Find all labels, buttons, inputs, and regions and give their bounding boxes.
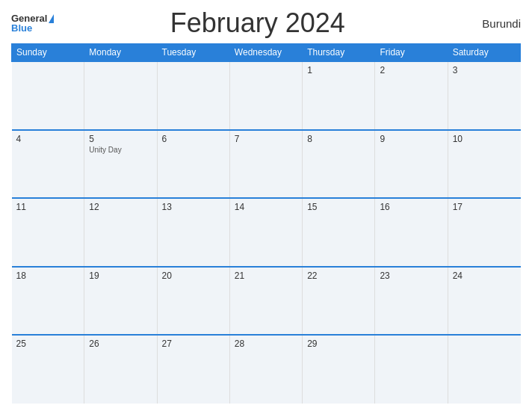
day-number: 10 bbox=[453, 134, 516, 144]
day-number: 18 bbox=[16, 271, 80, 281]
country-label: Burundi bbox=[461, 17, 521, 30]
day-number: 29 bbox=[307, 339, 370, 349]
calendar-day-cell bbox=[84, 61, 157, 130]
calendar-day-cell: 19 bbox=[84, 267, 157, 336]
calendar-day-cell: 27 bbox=[157, 335, 229, 404]
calendar-day-cell: 11 bbox=[12, 198, 84, 267]
day-number: 21 bbox=[235, 271, 297, 281]
calendar-day-cell bbox=[375, 335, 448, 404]
day-number: 22 bbox=[307, 271, 370, 281]
calendar-day-cell: 9 bbox=[375, 130, 448, 199]
calendar-day-cell: 8 bbox=[303, 130, 375, 199]
day-number: 20 bbox=[162, 271, 225, 281]
calendar-day-cell bbox=[157, 61, 229, 130]
calendar-day-cell: 7 bbox=[229, 130, 302, 199]
weekday-header-row: SundayMondayTuesdayWednesdayThursdayFrid… bbox=[12, 44, 521, 62]
day-number: 8 bbox=[307, 134, 370, 144]
day-number: 17 bbox=[453, 202, 516, 212]
calendar-day-cell: 18 bbox=[12, 267, 84, 336]
calendar-day-cell: 23 bbox=[375, 267, 448, 336]
day-number: 9 bbox=[380, 134, 442, 144]
weekday-header: Tuesday bbox=[157, 44, 229, 62]
calendar-day-cell: 15 bbox=[303, 198, 375, 267]
calendar-day-cell: 25 bbox=[12, 335, 84, 404]
day-number: 12 bbox=[89, 202, 152, 212]
weekday-header: Monday bbox=[84, 44, 157, 62]
calendar-week-row: 123 bbox=[12, 61, 521, 130]
calendar-header: General Blue February 2024 Burundi bbox=[11, 7, 521, 43]
calendar-day-cell: 22 bbox=[303, 267, 375, 336]
calendar-week-row: 11121314151617 bbox=[12, 198, 521, 267]
calendar-day-cell bbox=[448, 335, 520, 404]
day-number: 3 bbox=[453, 65, 516, 75]
calendar-day-cell: 10 bbox=[448, 130, 520, 199]
calendar-week-row: 2526272829 bbox=[12, 335, 521, 404]
day-number: 23 bbox=[380, 271, 442, 281]
weekday-header: Thursday bbox=[303, 44, 375, 62]
day-number: 5 bbox=[89, 134, 152, 144]
calendar-day-cell: 2 bbox=[375, 61, 448, 130]
calendar-container: General Blue February 2024 Burundi Sunda… bbox=[0, 0, 532, 411]
day-number: 28 bbox=[235, 339, 297, 349]
calendar-day-cell: 21 bbox=[229, 267, 302, 336]
calendar-week-row: 45Unity Day678910 bbox=[12, 130, 521, 199]
calendar-day-cell bbox=[229, 61, 302, 130]
logo-triangle-icon bbox=[49, 14, 54, 23]
day-number: 7 bbox=[235, 134, 297, 144]
month-title: February 2024 bbox=[54, 7, 461, 39]
weekday-header: Saturday bbox=[448, 44, 520, 62]
calendar-week-row: 18192021222324 bbox=[12, 267, 521, 336]
calendar-day-cell: 28 bbox=[229, 335, 302, 404]
calendar-day-cell: 13 bbox=[157, 198, 229, 267]
calendar-day-cell: 6 bbox=[157, 130, 229, 199]
day-number: 2 bbox=[380, 65, 442, 75]
weekday-header: Sunday bbox=[12, 44, 84, 62]
day-number: 4 bbox=[16, 134, 80, 144]
calendar-day-cell: 3 bbox=[448, 61, 520, 130]
calendar-day-cell bbox=[12, 61, 84, 130]
calendar-day-cell: 4 bbox=[12, 130, 84, 199]
calendar-table: SundayMondayTuesdayWednesdayThursdayFrid… bbox=[11, 43, 521, 404]
calendar-day-cell: 29 bbox=[303, 335, 375, 404]
weekday-header: Friday bbox=[375, 44, 448, 62]
calendar-day-cell: 5Unity Day bbox=[84, 130, 157, 199]
day-number: 16 bbox=[380, 202, 442, 212]
weekday-header: Wednesday bbox=[229, 44, 302, 62]
day-number: 27 bbox=[162, 339, 225, 349]
calendar-day-cell: 14 bbox=[229, 198, 302, 267]
day-number: 26 bbox=[89, 339, 152, 349]
calendar-day-cell: 24 bbox=[448, 267, 520, 336]
day-number: 19 bbox=[89, 271, 152, 281]
day-number: 13 bbox=[162, 202, 225, 212]
day-number: 25 bbox=[16, 339, 80, 349]
calendar-day-cell: 20 bbox=[157, 267, 229, 336]
calendar-day-cell: 1 bbox=[303, 61, 375, 130]
day-number: 11 bbox=[16, 202, 80, 212]
calendar-day-cell: 12 bbox=[84, 198, 157, 267]
calendar-day-cell: 16 bbox=[375, 198, 448, 267]
day-number: 24 bbox=[453, 271, 516, 281]
day-number: 14 bbox=[235, 202, 297, 212]
logo-blue-text: Blue bbox=[11, 23, 32, 33]
day-number: 15 bbox=[307, 202, 370, 212]
logo: General Blue bbox=[11, 13, 54, 33]
calendar-event: Unity Day bbox=[89, 146, 152, 154]
calendar-day-cell: 17 bbox=[448, 198, 520, 267]
calendar-day-cell: 26 bbox=[84, 335, 157, 404]
day-number: 6 bbox=[162, 134, 225, 144]
day-number: 1 bbox=[307, 65, 370, 75]
